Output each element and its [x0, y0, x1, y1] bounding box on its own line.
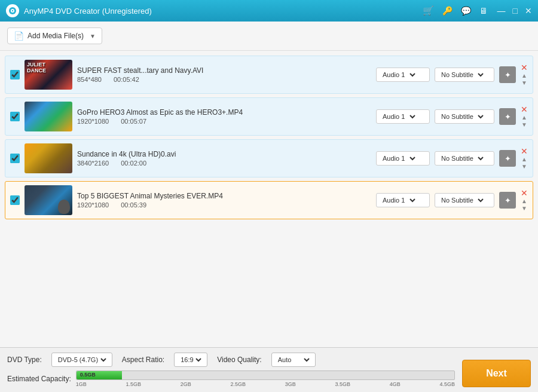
move-up-button-2[interactable]: ▲ — [521, 114, 527, 121]
subtitle-dropdown-1[interactable]: No Subtitle Subtitle 1 — [439, 71, 485, 79]
subtitle-select-3[interactable]: No Subtitle Subtitle 1 — [435, 151, 494, 166]
tick-25gb: 2.5GB — [230, 381, 246, 387]
edit-button-4[interactable]: ✦ — [499, 192, 516, 209]
media-info-1: SUPER FAST stealt...tary and Navy.AVI 85… — [77, 66, 371, 83]
minimize-button[interactable]: — — [497, 6, 506, 16]
row-checkbox-1[interactable] — [10, 70, 20, 79]
capacity-scale: 1GB 1.5GB 2GB 2.5GB 3GB 3.5GB 4GB 4.5GB — [76, 381, 455, 387]
move-up-button-3[interactable]: ▲ — [521, 156, 527, 163]
add-media-button[interactable]: 📄 Add Media File(s) ▼ — [7, 27, 102, 44]
media-info-2: GoPro HERO3 Almost as Epic as the HERO3+… — [77, 108, 371, 125]
thumbnail-1: JULIETDANCE — [25, 60, 72, 90]
row-actions-2: ✕ ▲ ▼ — [521, 105, 528, 128]
chat-icon[interactable]: 💬 — [461, 6, 471, 16]
delete-button-2[interactable]: ✕ — [521, 105, 528, 114]
row-actions-4: ✕ ▲ ▼ — [521, 189, 528, 212]
capacity-bar-wrapper: 0.5GB 1GB 1.5GB 2GB 2.5GB 3GB 3.5GB 4GB … — [76, 370, 455, 387]
subtitle-dropdown-4[interactable]: No Subtitle Subtitle 1 — [439, 196, 485, 204]
estimated-capacity-label: Estimated Capacity: — [7, 375, 71, 383]
subtitle-select-2[interactable]: No Subtitle Subtitle 1 — [435, 109, 494, 124]
row-actions-3: ✕ ▲ ▼ — [521, 147, 528, 170]
capacity-fill-label: 0.5GB — [80, 372, 96, 378]
move-down-button-2[interactable]: ▼ — [521, 121, 527, 128]
key-icon[interactable]: 🔑 — [442, 6, 453, 16]
filename-4: Top 5 BIGGEST Animal Mysteries EVER.MP4 — [77, 192, 371, 200]
capacity-row: Estimated Capacity: 0.5GB 1GB 1.5GB 2GB … — [7, 370, 455, 387]
tick-3gb: 3GB — [285, 381, 296, 387]
delete-button-3[interactable]: ✕ — [521, 147, 528, 155]
thumbnail-3 — [25, 143, 72, 173]
thumb-label-1: JULIETDANCE — [27, 62, 46, 74]
move-up-button-1[interactable]: ▲ — [521, 72, 527, 79]
subtitle-select-1[interactable]: No Subtitle Subtitle 1 — [435, 68, 494, 82]
video-quality-label: Video Quality: — [217, 356, 262, 364]
window-controls: — □ ✕ — [497, 6, 532, 16]
svg-point-2 — [12, 10, 13, 11]
audio-select-4[interactable]: Audio 1 Audio 2 — [376, 193, 430, 207]
next-button[interactable]: Next — [462, 360, 531, 387]
title-bar: AnyMP4 DVD Creator (Unregistered) 🛒 🔑 💬 … — [0, 0, 538, 22]
edit-button-1[interactable]: ✦ — [499, 66, 516, 83]
edit-button-3[interactable]: ✦ — [499, 150, 516, 167]
table-row: Sundance in 4k (Ultra HD)0.avi 3840*2160… — [5, 139, 533, 177]
row-checkbox-4[interactable] — [10, 195, 20, 205]
audio-select-3[interactable]: Audio 1 Audio 2 — [376, 151, 430, 166]
tick-2gb: 2GB — [181, 381, 191, 387]
subtitle-select-4[interactable]: No Subtitle Subtitle 1 — [435, 193, 494, 207]
row-checkbox-3[interactable] — [10, 154, 20, 163]
subtitle-dropdown-2[interactable]: No Subtitle Subtitle 1 — [439, 112, 485, 121]
duration-2: 00:05:07 — [121, 118, 146, 125]
app-title: AnyMP4 DVD Creator (Unregistered) — [24, 7, 423, 16]
toolbar: 📄 Add Media File(s) ▼ — [0, 22, 538, 51]
resolution-3: 3840*2160 — [77, 160, 109, 167]
edit-button-2[interactable]: ✦ — [499, 108, 516, 125]
table-row: Top 5 BIGGEST Animal Mysteries EVER.MP4 … — [5, 181, 533, 219]
resolution-1: 854*480 — [77, 76, 102, 83]
maximize-button[interactable]: □ — [513, 6, 518, 16]
media-list: JULIETDANCE SUPER FAST stealt...tary and… — [0, 51, 538, 347]
move-down-button-4[interactable]: ▼ — [521, 205, 527, 212]
resolution-2: 1920*1080 — [77, 118, 109, 125]
row-actions-1: ✕ ▲ ▼ — [521, 63, 528, 87]
audio-select-2[interactable]: Audio 1 Audio 2 — [376, 109, 430, 124]
dvd-type-select[interactable]: DVD-5 (4.7G) DVD-9 (8.5G) — [51, 353, 112, 367]
aspect-ratio-dropdown[interactable]: 16:9 4:3 — [178, 356, 203, 364]
video-quality-dropdown[interactable]: Auto High Medium Low — [276, 356, 311, 364]
filename-3: Sundance in 4k (Ultra HD)0.avi — [77, 150, 371, 158]
duration-3: 00:02:00 — [121, 160, 146, 167]
subtitle-dropdown-3[interactable]: No Subtitle Subtitle 1 — [439, 154, 485, 163]
video-quality-select[interactable]: Auto High Medium Low — [271, 353, 316, 367]
audio-dropdown-4[interactable]: Audio 1 Audio 2 — [380, 196, 417, 204]
tick-1gb: 1GB — [76, 381, 87, 387]
close-button[interactable]: ✕ — [525, 6, 532, 16]
capacity-bar: 0.5GB — [76, 370, 455, 380]
filename-1: SUPER FAST stealt...tary and Navy.AVI — [77, 66, 371, 75]
bottom-controls: DVD Type: DVD-5 (4.7G) DVD-9 (8.5G) Aspe… — [7, 353, 455, 367]
aspect-ratio-label: Aspect Ratio: — [122, 356, 164, 364]
table-row: GoPro HERO3 Almost as Epic as the HERO3+… — [5, 97, 533, 136]
dvd-type-label: DVD Type: — [7, 356, 42, 364]
title-bar-icons: 🛒 🔑 💬 🖥 — [423, 5, 488, 16]
move-up-button-4[interactable]: ▲ — [521, 198, 527, 205]
bottom-bar: DVD Type: DVD-5 (4.7G) DVD-9 (8.5G) Aspe… — [0, 347, 538, 392]
add-media-dropdown-arrow: ▼ — [90, 33, 96, 39]
delete-button-4[interactable]: ✕ — [521, 189, 528, 197]
thumb-face-4 — [58, 200, 70, 214]
audio-dropdown-3[interactable]: Audio 1 Audio 2 — [380, 154, 417, 163]
cart-icon[interactable]: 🛒 — [423, 5, 434, 16]
move-down-button-1[interactable]: ▼ — [521, 79, 527, 87]
tick-35gb: 3.5GB — [335, 381, 350, 387]
move-down-button-3[interactable]: ▼ — [521, 163, 527, 170]
aspect-ratio-select[interactable]: 16:9 4:3 — [174, 353, 207, 367]
audio-dropdown-2[interactable]: Audio 1 Audio 2 — [380, 112, 417, 121]
audio-dropdown-1[interactable]: Audio 1 Audio 2 — [380, 71, 417, 79]
row-checkbox-2[interactable] — [10, 112, 20, 121]
delete-button-1[interactable]: ✕ — [521, 63, 528, 72]
add-media-label: Add Media File(s) — [27, 32, 84, 40]
screen-icon[interactable]: 🖥 — [479, 6, 488, 16]
tick-15gb: 1.5GB — [126, 381, 141, 387]
filename-2: GoPro HERO3 Almost as Epic as the HERO3+… — [77, 108, 371, 117]
audio-select-1[interactable]: Audio 1 Audio 2 — [376, 68, 430, 82]
dvd-type-dropdown[interactable]: DVD-5 (4.7G) DVD-9 (8.5G) — [56, 356, 108, 364]
table-row: JULIETDANCE SUPER FAST stealt...tary and… — [5, 56, 533, 94]
